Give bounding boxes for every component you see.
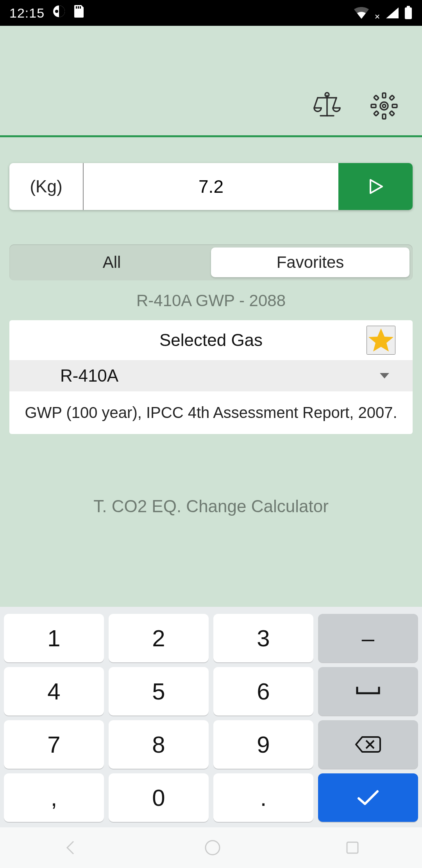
- key-0[interactable]: 0: [109, 773, 209, 822]
- svg-rect-26: [347, 842, 358, 853]
- svg-rect-13: [383, 93, 386, 98]
- key-4[interactable]: 4: [4, 667, 104, 716]
- space-icon: [356, 685, 381, 697]
- calculator-title: T. CO2 EQ. Change Calculator: [9, 497, 413, 516]
- nav-back[interactable]: [62, 838, 80, 857]
- balance-scale-icon: [312, 91, 342, 121]
- svg-rect-18: [390, 111, 395, 116]
- sd-card-icon: [73, 4, 85, 22]
- battery-icon: [404, 6, 413, 20]
- svg-rect-20: [374, 111, 379, 116]
- gas-card-title: Selected Gas: [159, 330, 263, 350]
- status-app-icon: [52, 5, 66, 21]
- key-3[interactable]: 3: [213, 614, 313, 662]
- svg-rect-14: [383, 114, 386, 119]
- svg-point-12: [383, 104, 386, 108]
- minus-icon: –: [362, 625, 374, 651]
- key-comma[interactable]: ,: [4, 773, 104, 822]
- svg-rect-19: [390, 95, 395, 100]
- settings-button[interactable]: [370, 91, 399, 120]
- key-dot[interactable]: .: [213, 773, 313, 822]
- svg-point-1: [55, 10, 58, 13]
- key-9[interactable]: 9: [213, 720, 313, 769]
- unit-label[interactable]: (Kg): [9, 163, 84, 210]
- balance-scale-button[interactable]: [312, 91, 342, 121]
- key-6[interactable]: 6: [213, 667, 313, 716]
- backspace-icon: [354, 735, 382, 754]
- svg-rect-4: [80, 6, 81, 9]
- nav-recent[interactable]: [345, 840, 360, 855]
- gwp-summary: R-410A GWP - 2088: [9, 291, 413, 310]
- svg-marker-22: [368, 328, 393, 352]
- play-icon: [365, 176, 386, 197]
- filter-segmented: All Favorites: [9, 244, 413, 280]
- check-icon: [356, 788, 381, 807]
- status-left: 12:15: [9, 4, 85, 22]
- key-2[interactable]: 2: [109, 614, 209, 662]
- svg-rect-5: [405, 7, 412, 19]
- wifi-icon: [353, 6, 370, 20]
- status-bar: 12:15 ✕: [0, 0, 422, 26]
- key-space[interactable]: [318, 667, 418, 716]
- gas-dropdown-value: R-410A: [60, 366, 118, 386]
- key-minus[interactable]: –: [318, 614, 418, 662]
- home-icon: [204, 839, 221, 856]
- gear-icon: [370, 91, 399, 120]
- key-5[interactable]: 5: [109, 667, 209, 716]
- svg-point-25: [206, 841, 220, 855]
- mobile-x-icon: ✕: [374, 13, 381, 21]
- gas-card: Selected Gas R-410A GWP (100 year), IPCC…: [9, 320, 413, 434]
- svg-rect-6: [407, 6, 410, 8]
- nav-home[interactable]: [204, 839, 221, 856]
- status-right: ✕: [353, 6, 413, 20]
- tab-all[interactable]: All: [13, 247, 211, 277]
- svg-marker-21: [370, 180, 382, 193]
- signal-icon: [385, 7, 399, 19]
- favorite-toggle[interactable]: [367, 326, 395, 355]
- key-7[interactable]: 7: [4, 720, 104, 769]
- tab-favorites[interactable]: Favorites: [211, 247, 409, 277]
- status-time: 12:15: [9, 5, 45, 21]
- back-icon: [62, 838, 80, 857]
- svg-rect-2: [76, 6, 77, 9]
- amount-input[interactable]: [84, 163, 338, 210]
- key-done[interactable]: [318, 773, 418, 822]
- system-nav-bar: [0, 827, 422, 868]
- key-backspace[interactable]: [318, 720, 418, 769]
- svg-rect-3: [78, 6, 79, 9]
- svg-rect-17: [374, 95, 379, 100]
- gas-card-footer: GWP (100 year), IPCC 4th Assessment Repo…: [9, 391, 413, 434]
- app-header: [0, 26, 422, 135]
- key-1[interactable]: 1: [4, 614, 104, 662]
- svg-rect-16: [392, 104, 397, 108]
- svg-rect-15: [371, 104, 376, 108]
- gas-card-title-row: Selected Gas: [9, 320, 413, 360]
- numeric-keyboard: 1 2 3 – 4 5 6 7 8 9 , 0 .: [0, 607, 422, 827]
- svg-point-11: [380, 102, 388, 110]
- svg-point-10: [325, 93, 329, 97]
- calculate-button[interactable]: [338, 163, 413, 210]
- gas-dropdown[interactable]: R-410A: [9, 360, 413, 391]
- star-icon: [367, 326, 395, 354]
- key-8[interactable]: 8: [109, 720, 209, 769]
- recent-icon: [345, 840, 360, 855]
- amount-input-row: (Kg): [9, 163, 413, 210]
